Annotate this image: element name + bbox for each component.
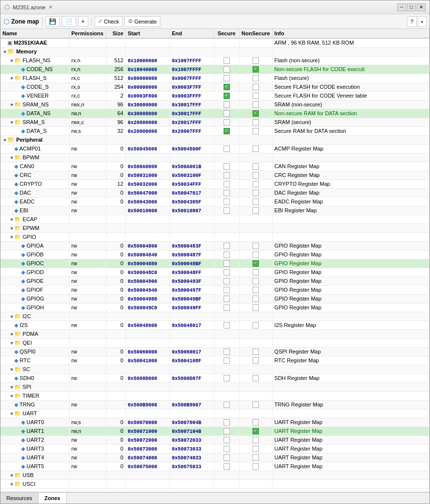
secure-checkbox[interactable] <box>224 93 230 99</box>
table-row[interactable]: ◆ DACrw00x500470000x50047017DAC Register… <box>0 188 430 197</box>
secure-checkbox[interactable] <box>224 428 230 434</box>
minimize-button[interactable]: ─ <box>397 3 406 11</box>
nonsecure-checkbox[interactable] <box>253 181 259 187</box>
nonsecure-checkbox[interactable] <box>253 463 259 470</box>
check-button[interactable]: ✓ Check <box>95 16 123 27</box>
table-row[interactable]: ▼📁 USB <box>0 471 430 479</box>
secure-checkbox[interactable] <box>224 163 230 170</box>
nonsecure-checkbox[interactable] <box>253 287 259 293</box>
expand-icon[interactable]: ▼ <box>2 138 7 143</box>
secure-checkbox[interactable] <box>224 172 230 178</box>
table-row[interactable]: ▼📁 ECAP <box>0 215 430 224</box>
table-row[interactable]: ◆ GPIOBrw00x500048400x5000487FGPIO Regis… <box>0 250 430 259</box>
expand-icon[interactable]: ▼ <box>9 473 14 478</box>
table-row[interactable]: ◆ GPIOGrw00x500049800x500049BFGPIO Regis… <box>0 294 430 303</box>
expand-icon[interactable]: ▼ <box>9 235 14 240</box>
maximize-button[interactable]: □ <box>407 3 416 11</box>
nonsecure-checkbox[interactable] <box>253 93 259 99</box>
nonsecure-checkbox[interactable] <box>253 119 259 126</box>
secure-checkbox[interactable] <box>224 119 230 126</box>
expand-icon[interactable]: ▼ <box>9 102 14 107</box>
table-row[interactable]: ◆ EADCrw00x500430000x5004305FEADC Regist… <box>0 197 430 206</box>
table-row[interactable]: ◆ UART1rw,n00x500710000x5007104BUART Reg… <box>0 427 430 435</box>
nonsecure-checkbox[interactable] <box>253 101 259 108</box>
expand-icon[interactable]: ▼ <box>9 341 14 346</box>
nonsecure-checkbox[interactable] <box>253 57 259 64</box>
table-row[interactable]: ▼📁 SRAM_Srwx,c960x200000000x20017FFFSRAM… <box>0 118 430 126</box>
expand-icon[interactable]: ▼ <box>9 367 14 372</box>
nonsecure-checkbox[interactable] <box>253 110 259 117</box>
table-row[interactable]: ◆ VENEERrx,c20x0003F8000x0003FFFFSecure … <box>0 91 430 100</box>
table-row[interactable]: ▼📁 Peripheral <box>0 135 430 144</box>
secure-checkbox[interactable] <box>224 181 230 187</box>
table-row[interactable]: ◆ DATA_Srw,s320x200000000x20007FFFSecure… <box>0 126 430 135</box>
secure-checkbox[interactable] <box>224 243 230 249</box>
table-row[interactable]: ▼📁 SPI <box>0 382 430 391</box>
table-row[interactable]: ◆ DATA_NSrw,n640x300080000x30017FFFNon-s… <box>0 109 430 118</box>
nonsecure-checkbox[interactable] <box>253 357 259 364</box>
nonsecure-checkbox[interactable] <box>253 304 259 311</box>
nonsecure-checkbox[interactable] <box>253 146 259 152</box>
nonsecure-checkbox[interactable] <box>253 75 259 81</box>
table-row[interactable]: ◆ CAN0rw00x500A00000x500A001BCAN Registe… <box>0 162 430 171</box>
expand-icon[interactable]: ▼ <box>2 50 7 54</box>
table-row[interactable]: ◆ CODE_NSrx,n2560x100400000x1007FFFFNon-… <box>0 65 430 74</box>
secure-checkbox[interactable] <box>224 260 230 267</box>
table-row[interactable]: ◆ UART5rw00x500750000x50075033UART Regis… <box>0 462 430 471</box>
tree-table[interactable]: Name Permissions Size Start End Secure N… <box>0 29 430 492</box>
secure-checkbox[interactable] <box>224 199 230 205</box>
table-row[interactable]: ◆ CODE_Srx,s2540x000000000x0003F7FFSecur… <box>0 82 430 91</box>
secure-checkbox[interactable] <box>224 207 230 214</box>
nonsecure-checkbox[interactable] <box>253 419 259 426</box>
expand-icon[interactable]: ▼ <box>9 314 14 319</box>
nonsecure-checkbox[interactable] <box>253 84 259 90</box>
help-button[interactable]: ? <box>407 16 417 27</box>
secure-checkbox[interactable] <box>224 84 230 90</box>
nonsecure-checkbox[interactable] <box>253 437 259 443</box>
table-row[interactable]: ◆ UART4rw00x500740000x50074033UART Regis… <box>0 453 430 462</box>
expand-icon[interactable]: ▼ <box>9 411 14 416</box>
table-row[interactable]: ▼📁 EPWM <box>0 224 430 232</box>
secure-checkbox[interactable] <box>224 296 230 302</box>
table-row[interactable]: ◆ RTCrw00x500410000x5004108FRTC Register… <box>0 356 430 365</box>
table-row[interactable]: ◆ ACMP01rw00x500450000x5004500FACMP Regi… <box>0 144 430 153</box>
nonsecure-checkbox[interactable] <box>253 269 259 276</box>
new-button[interactable]: 📄 <box>62 16 76 27</box>
table-row[interactable]: ▼📁 FLASH_Srx,c5120x000000000x0007FFFFFla… <box>0 74 430 82</box>
table-row[interactable]: ◆ TRNGrw0x500B90000x500B9007TRNG Registe… <box>0 400 430 409</box>
secure-checkbox[interactable] <box>224 446 230 452</box>
close-tab-icon[interactable]: ✕ <box>49 4 52 10</box>
secure-checkbox[interactable] <box>224 128 230 134</box>
table-row[interactable]: ▼📁 SC <box>0 365 430 374</box>
add-button[interactable]: + <box>78 16 88 27</box>
nonsecure-checkbox[interactable] <box>253 349 259 355</box>
expand-icon[interactable]: ▼ <box>9 217 14 222</box>
table-row[interactable]: ▼📁 I2C <box>0 312 430 321</box>
secure-checkbox[interactable] <box>224 349 230 355</box>
nonsecure-checkbox[interactable] <box>253 207 259 214</box>
table-row[interactable]: ◆ GPIODrw00x500048C00x500048FFGPIO Regis… <box>0 268 430 277</box>
table-row[interactable]: ◆ UART2rw00x500720000x50072033UART Regis… <box>0 435 430 444</box>
tab-zones[interactable]: Zones <box>39 493 67 504</box>
expand-icon[interactable]: ▼ <box>9 394 14 399</box>
nonsecure-checkbox[interactable] <box>253 428 259 434</box>
expand-icon[interactable]: ▼ <box>9 76 14 81</box>
nonsecure-checkbox[interactable] <box>253 454 259 461</box>
nonsecure-checkbox[interactable] <box>253 446 259 452</box>
expand-icon[interactable]: ▼ <box>9 385 14 390</box>
table-row[interactable]: ◆ EBIrw0x500100000x50010007EBI Register … <box>0 206 430 215</box>
nonsecure-checkbox[interactable] <box>253 278 259 284</box>
expand-icon[interactable]: ▼ <box>9 226 14 231</box>
table-row[interactable]: ▼📁 GPIO <box>0 232 430 241</box>
secure-checkbox[interactable] <box>224 375 230 381</box>
table-row[interactable]: ▼📁 BPWM <box>0 153 430 162</box>
table-row[interactable]: ◆ GPIOHrw00x500049C00x500049FFGPIO Regis… <box>0 303 430 312</box>
nonsecure-checkbox[interactable] <box>253 243 259 249</box>
secure-checkbox[interactable] <box>224 402 230 408</box>
generate-button[interactable]: ⚙ Generate <box>125 16 160 27</box>
table-row[interactable]: ◆ UART3rw00x500730000x50073033UART Regis… <box>0 444 430 453</box>
expand-icon[interactable]: ▼ <box>9 482 14 487</box>
table-row[interactable]: ◆ UART0rw,s00x500700000x5007004BUART Reg… <box>0 418 430 427</box>
secure-checkbox[interactable] <box>224 146 230 152</box>
save-button[interactable]: 💾 <box>46 16 60 27</box>
